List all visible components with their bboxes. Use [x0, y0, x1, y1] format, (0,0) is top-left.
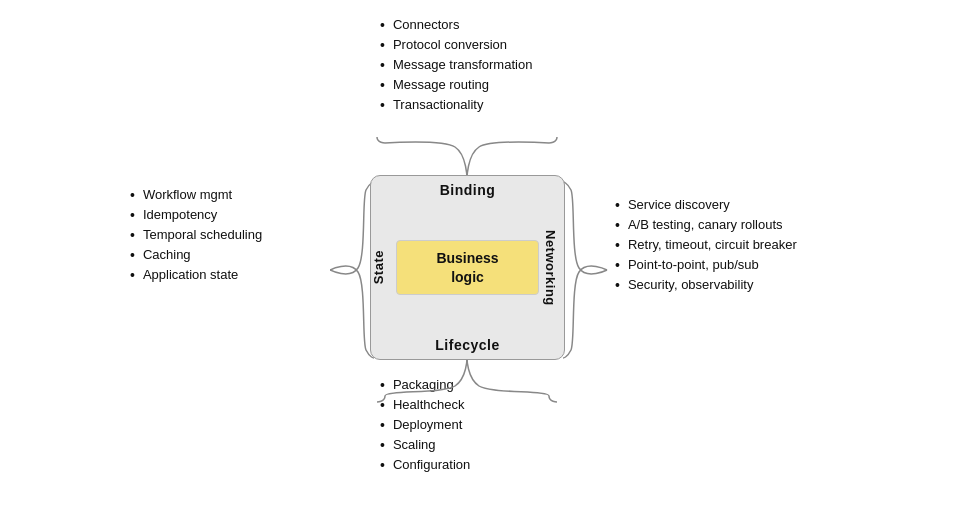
business-logic-text: Businesslogic: [436, 249, 498, 285]
list-item: A/B testing, canary rollouts: [615, 215, 797, 235]
brace-top-icon: [375, 135, 560, 180]
list-item: Scaling: [380, 435, 470, 455]
top-list: ConnectorsProtocol conversionMessage tra…: [380, 15, 532, 115]
list-item: Transactionality: [380, 95, 532, 115]
list-item: Deployment: [380, 415, 470, 435]
list-item: Message transformation: [380, 55, 532, 75]
left-list: Workflow mgmtIdempotencyTemporal schedul…: [130, 185, 262, 285]
list-item: Connectors: [380, 15, 532, 35]
right-list: Service discoveryA/B testing, canary rol…: [615, 195, 797, 295]
list-item: Application state: [130, 265, 262, 285]
business-logic-box: Businesslogic: [396, 240, 539, 294]
lifecycle-label: Lifecycle: [435, 337, 499, 359]
center-inner: State Businesslogic Networking: [371, 198, 564, 337]
list-item: Caching: [130, 245, 262, 265]
list-item: Point-to-point, pub/sub: [615, 255, 797, 275]
list-item: Idempotency: [130, 205, 262, 225]
binding-label: Binding: [440, 176, 496, 198]
list-item: Security, observability: [615, 275, 797, 295]
center-box: Binding State Businesslogic Networking L…: [370, 175, 565, 360]
list-item: Workflow mgmt: [130, 185, 262, 205]
list-item: Service discovery: [615, 195, 797, 215]
state-label: State: [371, 250, 392, 284]
brace-right-icon: [563, 180, 608, 360]
list-item: Configuration: [380, 455, 470, 475]
list-item: Message routing: [380, 75, 532, 95]
networking-label: Networking: [543, 230, 564, 306]
brace-left-icon: [330, 180, 375, 360]
list-item: Protocol conversion: [380, 35, 532, 55]
diagram-wrapper: ConnectorsProtocol conversionMessage tra…: [0, 0, 975, 525]
list-item: Temporal scheduling: [130, 225, 262, 245]
brace-bottom-icon: [375, 358, 560, 403]
list-item: Retry, timeout, circuit breaker: [615, 235, 797, 255]
